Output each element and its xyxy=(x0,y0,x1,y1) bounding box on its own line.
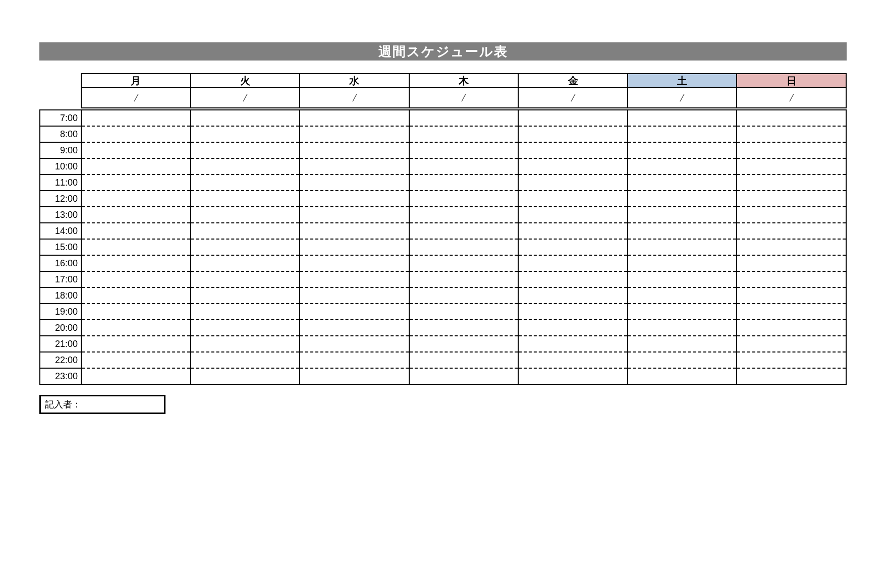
slot-4-1600[interactable] xyxy=(518,255,628,271)
author-box[interactable]: 記入者： xyxy=(39,395,165,414)
slot-5-800[interactable] xyxy=(628,126,737,142)
slot-2-1300[interactable] xyxy=(300,207,409,223)
slot-1-700[interactable] xyxy=(191,110,300,126)
slot-6-2200[interactable] xyxy=(737,352,846,368)
slot-0-1600[interactable] xyxy=(81,255,191,271)
slot-2-1200[interactable] xyxy=(300,191,409,207)
slot-3-900[interactable] xyxy=(409,142,519,158)
slot-4-2100[interactable] xyxy=(518,336,628,352)
slot-2-800[interactable] xyxy=(300,126,409,142)
slot-4-1000[interactable] xyxy=(518,158,628,174)
slot-4-900[interactable] xyxy=(518,142,628,158)
slot-3-2200[interactable] xyxy=(409,352,519,368)
slot-6-1500[interactable] xyxy=(737,239,846,255)
slot-6-800[interactable] xyxy=(737,126,846,142)
slot-2-2100[interactable] xyxy=(300,336,409,352)
slot-1-1100[interactable] xyxy=(191,174,300,191)
slot-1-2000[interactable] xyxy=(191,320,300,336)
slot-5-2000[interactable] xyxy=(628,320,737,336)
slot-3-1800[interactable] xyxy=(409,287,519,304)
date-cell-3[interactable]: / xyxy=(409,88,519,108)
slot-4-1100[interactable] xyxy=(518,174,628,191)
slot-5-1500[interactable] xyxy=(628,239,737,255)
slot-4-700[interactable] xyxy=(518,110,628,126)
slot-0-800[interactable] xyxy=(81,126,191,142)
slot-4-1300[interactable] xyxy=(518,207,628,223)
slot-6-1700[interactable] xyxy=(737,271,846,287)
date-cell-1[interactable]: / xyxy=(191,88,300,108)
slot-2-1600[interactable] xyxy=(300,255,409,271)
slot-1-1800[interactable] xyxy=(191,287,300,304)
slot-1-1700[interactable] xyxy=(191,271,300,287)
slot-0-1200[interactable] xyxy=(81,191,191,207)
slot-4-2000[interactable] xyxy=(518,320,628,336)
slot-2-1500[interactable] xyxy=(300,239,409,255)
slot-4-1200[interactable] xyxy=(518,191,628,207)
slot-0-2300[interactable] xyxy=(81,368,191,384)
slot-6-1900[interactable] xyxy=(737,304,846,320)
slot-5-2300[interactable] xyxy=(628,368,737,384)
date-cell-6[interactable]: / xyxy=(737,88,846,108)
slot-2-2200[interactable] xyxy=(300,352,409,368)
slot-3-1900[interactable] xyxy=(409,304,519,320)
slot-5-1000[interactable] xyxy=(628,158,737,174)
slot-0-1900[interactable] xyxy=(81,304,191,320)
slot-3-800[interactable] xyxy=(409,126,519,142)
date-cell-4[interactable]: / xyxy=(518,88,628,108)
slot-4-800[interactable] xyxy=(518,126,628,142)
slot-5-700[interactable] xyxy=(628,110,737,126)
slot-4-2300[interactable] xyxy=(518,368,628,384)
slot-2-1000[interactable] xyxy=(300,158,409,174)
slot-6-700[interactable] xyxy=(737,110,846,126)
slot-3-1400[interactable] xyxy=(409,223,519,239)
slot-6-1300[interactable] xyxy=(737,207,846,223)
slot-2-900[interactable] xyxy=(300,142,409,158)
slot-1-900[interactable] xyxy=(191,142,300,158)
slot-6-1000[interactable] xyxy=(737,158,846,174)
slot-0-2000[interactable] xyxy=(81,320,191,336)
slot-5-1900[interactable] xyxy=(628,304,737,320)
slot-5-2100[interactable] xyxy=(628,336,737,352)
slot-6-2100[interactable] xyxy=(737,336,846,352)
slot-0-1800[interactable] xyxy=(81,287,191,304)
slot-3-1300[interactable] xyxy=(409,207,519,223)
slot-5-1200[interactable] xyxy=(628,191,737,207)
slot-3-1200[interactable] xyxy=(409,191,519,207)
date-cell-0[interactable]: / xyxy=(81,88,191,108)
slot-6-1200[interactable] xyxy=(737,191,846,207)
slot-0-700[interactable] xyxy=(81,110,191,126)
slot-5-1700[interactable] xyxy=(628,271,737,287)
date-cell-2[interactable]: / xyxy=(300,88,409,108)
slot-5-1600[interactable] xyxy=(628,255,737,271)
slot-0-1400[interactable] xyxy=(81,223,191,239)
slot-3-700[interactable] xyxy=(409,110,519,126)
slot-2-700[interactable] xyxy=(300,110,409,126)
slot-3-2100[interactable] xyxy=(409,336,519,352)
slot-1-800[interactable] xyxy=(191,126,300,142)
slot-1-2100[interactable] xyxy=(191,336,300,352)
slot-1-1900[interactable] xyxy=(191,304,300,320)
slot-1-1000[interactable] xyxy=(191,158,300,174)
slot-1-1500[interactable] xyxy=(191,239,300,255)
slot-3-2000[interactable] xyxy=(409,320,519,336)
slot-2-1700[interactable] xyxy=(300,271,409,287)
slot-1-1200[interactable] xyxy=(191,191,300,207)
slot-3-1600[interactable] xyxy=(409,255,519,271)
slot-1-1300[interactable] xyxy=(191,207,300,223)
slot-4-1800[interactable] xyxy=(518,287,628,304)
date-cell-5[interactable]: / xyxy=(628,88,737,108)
slot-2-1900[interactable] xyxy=(300,304,409,320)
slot-5-1100[interactable] xyxy=(628,174,737,191)
slot-1-1600[interactable] xyxy=(191,255,300,271)
slot-3-1100[interactable] xyxy=(409,174,519,191)
slot-5-900[interactable] xyxy=(628,142,737,158)
slot-6-1100[interactable] xyxy=(737,174,846,191)
slot-5-2200[interactable] xyxy=(628,352,737,368)
slot-6-900[interactable] xyxy=(737,142,846,158)
slot-1-2200[interactable] xyxy=(191,352,300,368)
slot-0-1100[interactable] xyxy=(81,174,191,191)
slot-0-1000[interactable] xyxy=(81,158,191,174)
slot-6-2000[interactable] xyxy=(737,320,846,336)
slot-0-2200[interactable] xyxy=(81,352,191,368)
slot-6-1400[interactable] xyxy=(737,223,846,239)
